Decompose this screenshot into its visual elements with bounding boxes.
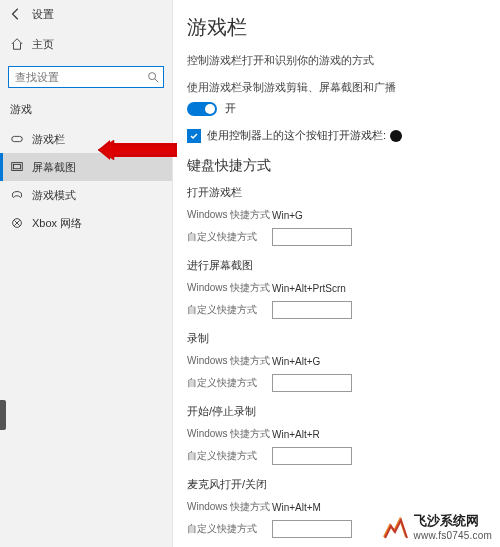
shortcut-title: 麦克风打开/关闭 — [187, 477, 484, 492]
toggle-state: 开 — [225, 101, 236, 116]
shortcut-value: Win+Alt+G — [272, 356, 320, 367]
shortcut-row-label: 自定义快捷方式 — [187, 376, 272, 390]
sidebar-item-screenshot[interactable]: 屏幕截图 — [0, 153, 172, 181]
main-content: 游戏栏 控制游戏栏打开和识别你的游戏的方式 使用游戏栏录制游戏剪辑、屏幕截图和广… — [173, 0, 500, 547]
shortcut-group: 开始/停止录制Windows 快捷方式Win+Alt+R自定义快捷方式 — [187, 404, 484, 467]
search-input[interactable] — [8, 66, 164, 88]
section-title: 键盘快捷方式 — [187, 157, 484, 175]
shortcut-row-label: Windows 快捷方式 — [187, 427, 272, 441]
sidebar: 设置 主页 游戏 游戏栏 屏幕截图 — [0, 0, 173, 547]
shortcut-row-label: 自定义快捷方式 — [187, 449, 272, 463]
sidebar-item-label: Xbox 网络 — [32, 216, 82, 231]
svg-point-0 — [149, 73, 156, 80]
shortcut-row-label: 自定义快捷方式 — [187, 303, 272, 317]
watermark-title: 飞沙系统网 — [414, 512, 492, 530]
home-nav[interactable]: 主页 — [0, 28, 172, 60]
shortcut-row-label: Windows 快捷方式 — [187, 500, 272, 514]
shortcut-value: Win+Alt+M — [272, 502, 321, 513]
home-icon — [10, 37, 24, 51]
xbox-icon — [10, 216, 24, 230]
gamemode-icon — [10, 188, 24, 202]
shortcut-title: 录制 — [187, 331, 484, 346]
edge-tab-handle[interactable] — [0, 400, 6, 430]
svg-rect-1 — [12, 136, 23, 141]
watermark-url: www.fs0745.com — [414, 530, 492, 541]
shortcut-custom-input[interactable] — [272, 228, 352, 246]
sidebar-item-label: 游戏栏 — [32, 132, 65, 147]
page-title: 游戏栏 — [187, 14, 484, 41]
home-label: 主页 — [32, 37, 54, 52]
shortcut-title: 开始/停止录制 — [187, 404, 484, 419]
back-button[interactable] — [6, 4, 26, 24]
shortcut-group: 进行屏幕截图Windows 快捷方式Win+Alt+PrtScrn自定义快捷方式 — [187, 258, 484, 321]
sidebar-item-gamemode[interactable]: 游戏模式 — [0, 181, 172, 209]
sidebar-item-label: 屏幕截图 — [32, 160, 76, 175]
shortcut-custom-input[interactable] — [272, 447, 352, 465]
watermark: 飞沙系统网 www.fs0745.com — [376, 509, 496, 543]
checkbox-label: 使用控制器上的这个按钮打开游戏栏: — [207, 128, 386, 143]
search-icon — [146, 70, 160, 84]
shortcut-value: Win+G — [272, 210, 303, 221]
shortcut-group: 录制Windows 快捷方式Win+Alt+G自定义快捷方式 — [187, 331, 484, 394]
shortcut-value: Win+Alt+R — [272, 429, 320, 440]
arrow-left-icon — [9, 7, 23, 21]
section-header: 游戏 — [0, 98, 172, 125]
svg-rect-3 — [14, 164, 21, 168]
shortcut-value: Win+Alt+PrtScrn — [272, 283, 346, 294]
page-description: 控制游戏栏打开和识别你的游戏的方式 — [187, 53, 484, 68]
check-icon — [189, 131, 199, 141]
sidebar-item-gamebar[interactable]: 游戏栏 — [0, 125, 172, 153]
sidebar-item-label: 游戏模式 — [32, 188, 76, 203]
controller-checkbox[interactable] — [187, 129, 201, 143]
shortcut-row-label: Windows 快捷方式 — [187, 281, 272, 295]
shortcut-title: 打开游戏栏 — [187, 185, 484, 200]
screenshot-icon — [10, 160, 24, 174]
shortcut-title: 进行屏幕截图 — [187, 258, 484, 273]
shortcut-row-label: Windows 快捷方式 — [187, 354, 272, 368]
window-title: 设置 — [32, 7, 54, 22]
shortcut-custom-input[interactable] — [272, 301, 352, 319]
shortcut-row-label: 自定义快捷方式 — [187, 230, 272, 244]
xbox-button-icon — [390, 130, 402, 142]
shortcut-custom-input[interactable] — [272, 520, 352, 538]
watermark-logo-icon — [380, 511, 410, 541]
shortcut-group: 打开游戏栏Windows 快捷方式Win+G自定义快捷方式 — [187, 185, 484, 248]
shortcut-custom-input[interactable] — [272, 374, 352, 392]
toggle-description: 使用游戏栏录制游戏剪辑、屏幕截图和广播 — [187, 80, 484, 95]
sidebar-item-xbox-network[interactable]: Xbox 网络 — [0, 209, 172, 237]
gamebar-icon — [10, 132, 24, 146]
record-toggle[interactable] — [187, 102, 217, 116]
shortcut-row-label: 自定义快捷方式 — [187, 522, 272, 536]
shortcut-row-label: Windows 快捷方式 — [187, 208, 272, 222]
